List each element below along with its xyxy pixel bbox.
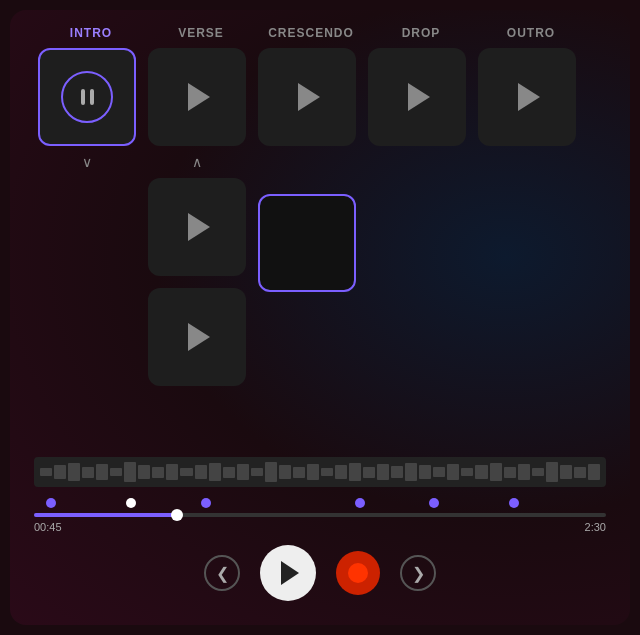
wave-bar: [110, 468, 122, 477]
prev-button[interactable]: ❮: [204, 555, 240, 591]
markers-row: [34, 495, 606, 511]
prev-icon: ❮: [216, 564, 229, 583]
verse-card-sub1[interactable]: [148, 178, 246, 276]
verse-column: ∧: [146, 48, 248, 386]
cards-area: ∨ ∧: [26, 48, 614, 386]
wave-bar: [447, 464, 459, 479]
wave-bar: [433, 467, 445, 477]
wave-bar: [490, 463, 502, 481]
wave-bar: [560, 465, 572, 478]
wave-bar: [68, 463, 80, 481]
wave-bar: [405, 463, 417, 482]
wave-bar: [546, 462, 558, 482]
wave-bar: [307, 464, 319, 481]
pause-bars: [81, 89, 94, 105]
marker-dot-2: [126, 498, 136, 508]
drop-play-icon: [408, 83, 430, 111]
play-icon-large: [281, 561, 299, 585]
drop-column: [366, 48, 468, 146]
verse-sub1-play-icon: [188, 213, 210, 241]
wave-bar: [419, 465, 431, 479]
label-crescendo: CRESCENDO: [256, 26, 366, 40]
wave-bar: [96, 464, 108, 479]
app-container: INTRO VERSE CRESCENDO DROP OUTRO ∨: [10, 10, 630, 625]
intro-column: ∨: [36, 48, 138, 172]
label-drop: DROP: [366, 26, 476, 40]
wave-bar: [461, 468, 473, 477]
wave-bar: [40, 468, 52, 477]
wave-bar: [237, 464, 249, 479]
wave-bar: [209, 463, 221, 481]
wave-bar: [180, 468, 192, 477]
pause-circle: [61, 71, 113, 123]
transport-controls: ❮ ❯: [34, 545, 606, 609]
marker-dot-4: [355, 498, 365, 508]
pause-bar-right: [90, 89, 94, 105]
sections-labels: INTRO VERSE CRESCENDO DROP OUTRO: [26, 26, 614, 40]
pause-bar-left: [81, 89, 85, 105]
record-dot: [348, 563, 368, 583]
verse-chevron-up[interactable]: ∧: [184, 152, 210, 172]
intro-chevron-down[interactable]: ∨: [74, 152, 100, 172]
crescendo-column: [256, 48, 358, 292]
wave-bar: [335, 465, 347, 478]
verse-card-main[interactable]: [148, 48, 246, 146]
wave-bar: [152, 467, 164, 478]
wave-bar: [504, 467, 516, 478]
next-button[interactable]: ❯: [400, 555, 436, 591]
wave-bar: [518, 464, 530, 479]
scrubber[interactable]: [34, 513, 606, 517]
label-intro: INTRO: [36, 26, 146, 40]
wave-bar: [251, 468, 263, 477]
scrubber-thumb[interactable]: [171, 509, 183, 521]
marker-dot-3: [201, 498, 211, 508]
wave-bar: [475, 465, 487, 478]
label-outro: OUTRO: [476, 26, 586, 40]
wave-bar: [363, 467, 375, 478]
wave-bar: [223, 467, 235, 478]
scrubber-fill: [34, 513, 177, 517]
crescendo-play-icon: [298, 83, 320, 111]
wave-bar: [195, 465, 207, 478]
wave-bar: [265, 462, 277, 482]
time-row: 00:45 2:30: [34, 521, 606, 533]
outro-play-icon: [518, 83, 540, 111]
wave-bar: [349, 463, 361, 481]
play-button[interactable]: [260, 545, 316, 601]
timeline-area: 00:45 2:30 ❮ ❯: [26, 457, 614, 609]
wave-bar: [138, 465, 150, 478]
label-verse: VERSE: [146, 26, 256, 40]
total-time: 2:30: [585, 521, 606, 533]
crescendo-card-main[interactable]: [258, 48, 356, 146]
waveform[interactable]: [34, 457, 606, 487]
marker-dot-1: [46, 498, 56, 508]
crescendo-card-empty[interactable]: [258, 194, 356, 292]
wave-bar: [391, 466, 403, 478]
marker-dot-5: [429, 498, 439, 508]
wave-bar: [532, 468, 544, 477]
wave-bar: [377, 464, 389, 479]
wave-bar: [54, 465, 66, 478]
wave-bar: [82, 467, 94, 478]
wave-bar: [574, 467, 586, 478]
drop-card[interactable]: [368, 48, 466, 146]
wave-bar: [293, 467, 305, 478]
waveform-inner: [34, 457, 606, 487]
next-icon: ❯: [412, 564, 425, 583]
outro-card[interactable]: [478, 48, 576, 146]
verse-card-sub2[interactable]: [148, 288, 246, 386]
wave-bar: [321, 468, 333, 477]
wave-bar: [166, 464, 178, 481]
wave-bar: [588, 464, 600, 481]
current-time: 00:45: [34, 521, 62, 533]
record-button[interactable]: [336, 551, 380, 595]
wave-bar: [279, 465, 291, 478]
verse-sub2-play-icon: [188, 323, 210, 351]
outro-column: [476, 48, 578, 146]
marker-dot-6: [509, 498, 519, 508]
wave-bar: [124, 462, 136, 482]
verse-play-icon: [188, 83, 210, 111]
intro-card[interactable]: [38, 48, 136, 146]
